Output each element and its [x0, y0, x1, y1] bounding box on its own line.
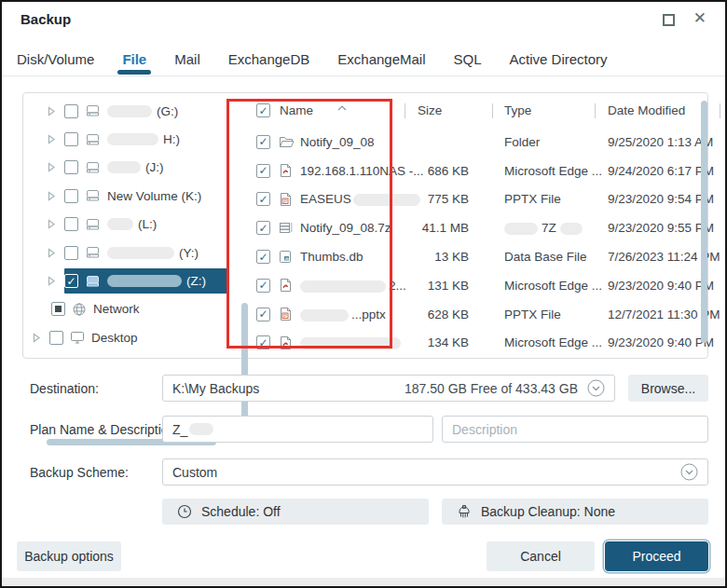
file-row[interactable]: ✓ P ...pptx 628 KB PPTX File 12/7/2021 1… — [229, 300, 700, 329]
expand-arrow-icon[interactable] — [48, 191, 56, 201]
column-divider[interactable] — [720, 103, 720, 118]
checkbox-checked[interactable]: ✓ — [256, 192, 270, 206]
column-header-size[interactable]: Size — [418, 103, 442, 117]
tree-item-label: Desktop — [91, 331, 138, 345]
tab-active-directory[interactable]: Active Directory — [510, 50, 608, 71]
backup-cleanup-button[interactable]: Backup Cleanup: None — [442, 499, 708, 525]
plan-name-value: Z_ — [172, 422, 187, 437]
pdf-file-icon — [279, 278, 293, 293]
tree-vertical-scrollbar[interactable] — [241, 303, 248, 433]
chevron-down-circle-icon[interactable] — [587, 379, 605, 397]
tab-exchangedb[interactable]: ExchangeDB — [228, 50, 310, 71]
expand-arrow-icon[interactable] — [48, 276, 56, 286]
expand-arrow-icon[interactable] — [48, 106, 56, 116]
column-header-type[interactable]: Type — [504, 103, 531, 117]
expand-arrow-icon[interactable] — [48, 248, 56, 258]
tree-item-drive-g[interactable]: (G:) — [23, 97, 228, 125]
drive-icon — [85, 245, 101, 260]
chevron-down-circle-icon[interactable] — [680, 463, 698, 481]
column-header-name[interactable]: Name — [280, 103, 347, 117]
tree-item-drive-h[interactable]: H:) — [23, 125, 228, 153]
file-type: Data Base File — [504, 250, 587, 264]
expand-arrow-icon[interactable] — [48, 134, 56, 144]
checkbox-checked[interactable]: ✓ — [256, 250, 270, 264]
blurred-label — [107, 133, 158, 145]
checkbox-checked[interactable]: ✓ — [256, 164, 270, 178]
file-list: ✓ Name Size Type Date Modified ✓ Notify_… — [229, 93, 700, 358]
destination-input[interactable]: K:\My Backups 187.50 GB Free of 433.43 G… — [162, 375, 615, 402]
file-type: PPTX File — [504, 308, 561, 321]
file-row[interactable]: ✓ Notify_09_08.7z 41.1 MB 7Z 9/23/2020 9… — [229, 213, 700, 242]
backup-scheme-select[interactable]: Custom — [162, 458, 708, 485]
file-row[interactable]: ✓ 2... 131 KB Microsoft Edge ... 9/23/20… — [229, 271, 700, 300]
tab-file[interactable]: File — [122, 50, 146, 71]
checkbox[interactable] — [64, 160, 78, 174]
checkbox-checked[interactable]: ✓ — [256, 279, 270, 293]
description-input[interactable]: Description — [442, 416, 708, 443]
checkbox-checked[interactable]: ✓ — [64, 274, 78, 288]
column-divider[interactable] — [595, 103, 596, 118]
file-row[interactable]: ✓ 192.168.1.110NAS -... 686 KB Microsoft… — [229, 157, 700, 185]
blurred-label — [107, 247, 174, 259]
close-icon[interactable]: ✕ — [693, 9, 706, 28]
select-all-checkbox[interactable]: ✓ — [256, 103, 270, 117]
tree-item-desktop[interactable]: Desktop — [23, 323, 228, 351]
checkbox-partial[interactable] — [51, 302, 65, 316]
tree-item-drive-k[interactable]: New Volume (K:) — [23, 182, 228, 210]
blurred-label — [107, 161, 141, 173]
checkbox-checked[interactable]: ✓ — [256, 135, 270, 149]
tree-item-label: New Volume (K:) — [107, 189, 201, 203]
file-type: Microsoft Edge ... — [504, 335, 602, 349]
tree-item-drive-j[interactable]: (J:) — [23, 154, 228, 182]
file-row[interactable]: ✓ Notify_09_08 Folder 9/25/2020 1:13 AM — [229, 128, 700, 157]
expand-arrow-icon[interactable] — [48, 219, 56, 229]
schedule-button[interactable]: Schedule: Off — [162, 499, 429, 525]
checkbox-checked[interactable]: ✓ — [256, 335, 270, 349]
cancel-button[interactable]: Cancel — [487, 541, 595, 571]
tree-item-drive-z-selected[interactable]: ✓ (Z:) — [23, 267, 228, 294]
tab-divider — [2, 75, 725, 76]
list-vertical-scrollbar[interactable] — [701, 101, 707, 343]
checkbox-checked[interactable]: ✓ — [256, 308, 270, 321]
file-row[interactable]: ✓ P EASEUS 775 KB PPTX File 9/23/2020 9:… — [229, 185, 700, 214]
column-header-date[interactable]: Date Modified — [608, 103, 685, 117]
backup-options-button[interactable]: Backup options — [17, 541, 121, 571]
maximize-icon[interactable] — [663, 14, 675, 26]
svg-text:P: P — [283, 198, 287, 204]
checkbox[interactable] — [64, 132, 78, 146]
plan-name-input[interactable]: Z_ — [162, 416, 433, 443]
tree-item-network[interactable]: Network — [23, 295, 228, 323]
file-row[interactable]: ✓ db Thumbs.db 13 KB Data Base File 7/26… — [229, 242, 700, 271]
expand-arrow-icon[interactable] — [48, 162, 56, 172]
checkbox[interactable] — [64, 104, 78, 118]
drive-icon — [85, 132, 101, 147]
file-size: 134 KB — [360, 335, 469, 349]
column-divider[interactable] — [405, 103, 405, 118]
checkbox[interactable] — [64, 189, 78, 203]
expand-arrow-icon[interactable] — [33, 333, 41, 343]
file-type: Microsoft Edge ... — [504, 279, 602, 293]
tab-mail[interactable]: Mail — [174, 50, 200, 71]
proceed-button[interactable]: Proceed — [605, 541, 708, 571]
drive-icon — [85, 217, 101, 232]
cleanup-button-label: Backup Cleanup: None — [481, 504, 615, 519]
checkbox[interactable] — [64, 217, 78, 231]
blurred-label — [107, 218, 133, 230]
tab-disk-volume[interactable]: Disk/Volume — [17, 50, 94, 71]
tree-item-drive-l[interactable]: (L:) — [23, 211, 228, 239]
checkbox[interactable] — [49, 331, 63, 345]
checkbox[interactable] — [64, 246, 78, 260]
tab-exchangemail[interactable]: ExchangeMail — [337, 50, 425, 71]
tab-sql[interactable]: SQL — [454, 50, 482, 71]
tree-item-label: (G:) — [157, 104, 178, 118]
file-row[interactable]: ✓ 134 KB Microsoft Edge ... 9/23/2020 9:… — [229, 329, 700, 358]
backup-scheme-label: Backup Scheme: — [30, 465, 129, 480]
browse-button[interactable]: Browse... — [628, 375, 708, 402]
tree-item-drive-y[interactable]: (Y:) — [23, 239, 228, 267]
destination-path: K:\My Backups — [172, 381, 259, 396]
svg-text:P: P — [283, 313, 287, 319]
file-size: 41.1 MB — [360, 221, 469, 235]
column-divider[interactable] — [492, 103, 493, 118]
tree-item-label: Network — [93, 302, 140, 316]
checkbox-checked[interactable]: ✓ — [256, 221, 270, 235]
